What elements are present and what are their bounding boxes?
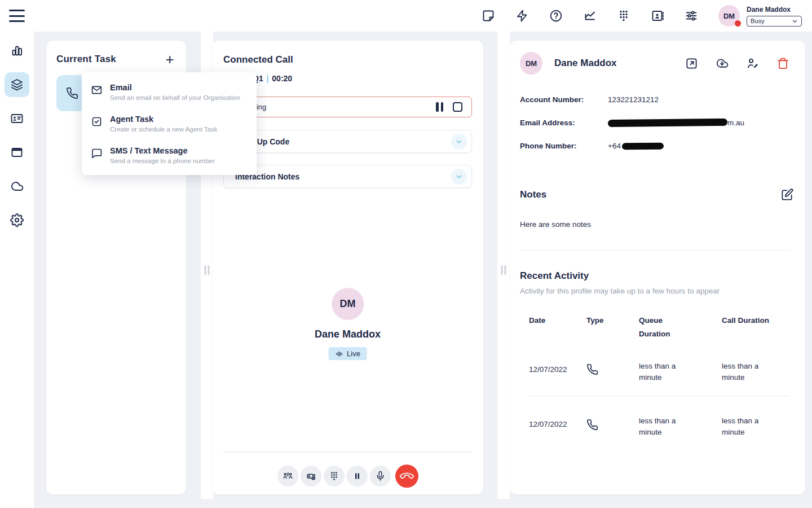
notes-body: Here are some notes xyxy=(520,220,789,229)
external-link-icon xyxy=(685,57,698,70)
dialpad-button[interactable] xyxy=(324,466,345,487)
chevron-down-icon[interactable] xyxy=(451,169,467,185)
live-badge-label: Live xyxy=(347,349,360,358)
dialpad-icon xyxy=(329,471,339,481)
sidebar-item-tasks[interactable] xyxy=(5,72,29,97)
user-name: Dane Maddox xyxy=(747,6,802,14)
contact-profile-panel: DM Dane Maddox Account Number: xyxy=(510,41,805,494)
quick-actions-icon[interactable] xyxy=(515,9,529,23)
activity-chart-icon[interactable] xyxy=(583,9,597,23)
chevron-down-icon xyxy=(792,18,798,24)
checkbox-icon xyxy=(91,116,103,128)
busy-status-dot xyxy=(735,20,741,27)
account-number-row: Account Number: 123221231212 xyxy=(520,88,789,111)
phone-icon xyxy=(66,87,78,99)
transfer-icon xyxy=(283,471,293,481)
open-external-button[interactable] xyxy=(685,57,698,70)
call-timer: 00:20 xyxy=(272,74,292,83)
email-label: Email Address: xyxy=(520,119,608,127)
contact-name: Dane Maddox xyxy=(212,329,483,340)
chevron-down-icon[interactable] xyxy=(451,134,467,150)
row-queue-duration: less than a minute xyxy=(639,356,691,384)
profile-avatar: DM xyxy=(520,52,542,75)
row-call-duration: less than a minute xyxy=(722,356,774,384)
redaction-bar xyxy=(622,142,664,150)
resize-handle[interactable] xyxy=(501,265,506,275)
panel-resize-gutter-right xyxy=(497,32,510,499)
sidebar-item-cloud[interactable] xyxy=(5,174,29,199)
sidebar-item-settings[interactable] xyxy=(5,208,29,233)
sidebar-item-stats[interactable] xyxy=(5,38,29,63)
row-date: 12/07/2022 xyxy=(529,356,581,384)
profile-actions xyxy=(685,57,789,70)
email-row: Email Address: m.au xyxy=(520,111,789,134)
resize-handle[interactable] xyxy=(205,265,210,275)
id-card-icon xyxy=(10,112,24,125)
dialpad-icon[interactable] xyxy=(617,9,630,23)
sidebar-item-workspace[interactable] xyxy=(5,140,29,165)
row-queue-duration: less than a minute xyxy=(639,411,691,439)
add-task-menu: Email Send an email on behalf of your Or… xyxy=(82,72,257,175)
table-row[interactable]: 12/07/2022 less than a minute less than … xyxy=(529,396,789,451)
column-header-queue-duration: Queue Duration xyxy=(639,314,690,341)
column-header-call-duration: Call Duration xyxy=(722,314,773,341)
row-type xyxy=(586,411,638,439)
top-bar: DM Dane Maddox Busy xyxy=(0,0,812,32)
interaction-notes-expander[interactable]: Interaction Notes xyxy=(223,165,472,188)
transfer-call-button[interactable] xyxy=(277,466,298,487)
current-task-title: Current Task xyxy=(56,54,116,65)
chat-bubble-icon xyxy=(91,147,103,159)
add-task-button[interactable]: + xyxy=(162,52,177,67)
table-row[interactable]: 12/07/2022 less than a minute less than … xyxy=(529,341,789,397)
profile-header: DM Dane Maddox xyxy=(520,52,789,75)
menu-item-agent-task[interactable]: Agent Task Create or schedule a new Agen… xyxy=(82,108,257,139)
hamburger-menu-icon[interactable] xyxy=(9,10,25,22)
connected-call-title: Connected Call xyxy=(223,54,293,65)
email-value: m.au xyxy=(608,119,744,127)
download-profile-button[interactable] xyxy=(716,57,729,70)
mute-button[interactable] xyxy=(370,466,391,487)
column-header-type: Type xyxy=(586,314,637,341)
left-sidebar xyxy=(0,32,34,508)
layers-icon xyxy=(10,78,24,91)
status-select[interactable]: Busy xyxy=(747,16,802,27)
help-icon[interactable] xyxy=(549,9,563,23)
account-number-label: Account Number: xyxy=(520,95,608,104)
call-controls xyxy=(212,465,483,488)
cloud-download-icon xyxy=(716,57,729,70)
menu-item-email[interactable]: Email Send an email on behalf of your Or… xyxy=(82,76,257,108)
notes-icon[interactable] xyxy=(482,9,495,23)
person-edit-icon xyxy=(746,57,759,70)
waveform-icon xyxy=(335,350,343,358)
microphone-icon xyxy=(375,471,386,481)
browser-window-icon xyxy=(10,146,24,159)
row-call-duration: less than a minute xyxy=(722,411,774,439)
call-queue-line: Q1|00:20 xyxy=(253,74,292,83)
pause-recording-button[interactable] xyxy=(436,102,443,112)
wrap-up-code-expander[interactable]: Wrap Up Code xyxy=(223,130,472,153)
recording-device-button[interactable] xyxy=(301,466,321,487)
redaction-bar xyxy=(608,119,727,127)
hold-call-button[interactable] xyxy=(347,466,368,487)
phone-icon xyxy=(586,419,598,431)
queue-divider: | xyxy=(263,74,272,83)
end-call-button[interactable] xyxy=(395,465,418,488)
menu-item-sms[interactable]: SMS / Text Message Send a message to a p… xyxy=(82,139,257,171)
pause-icon xyxy=(352,471,363,481)
edit-contact-button[interactable] xyxy=(746,57,759,70)
edit-notes-button[interactable] xyxy=(781,188,794,201)
edit-pencil-icon xyxy=(781,188,794,201)
delete-contact-button[interactable] xyxy=(776,57,789,70)
stop-recording-button[interactable] xyxy=(453,102,462,112)
sidebar-item-contacts[interactable] xyxy=(5,106,29,131)
user-avatar[interactable]: DM xyxy=(718,5,740,27)
preferences-sliders-icon[interactable] xyxy=(685,9,698,23)
cloud-icon xyxy=(10,179,24,193)
phone-prefix: +64 xyxy=(608,142,621,150)
app-root: DM Dane Maddox Busy xyxy=(0,0,812,508)
recording-banner: Recording xyxy=(223,97,472,117)
live-badge: Live xyxy=(328,347,367,360)
contacts-icon[interactable] xyxy=(651,9,664,23)
top-bar-actions: DM Dane Maddox Busy xyxy=(482,0,802,32)
gear-icon xyxy=(10,213,24,227)
